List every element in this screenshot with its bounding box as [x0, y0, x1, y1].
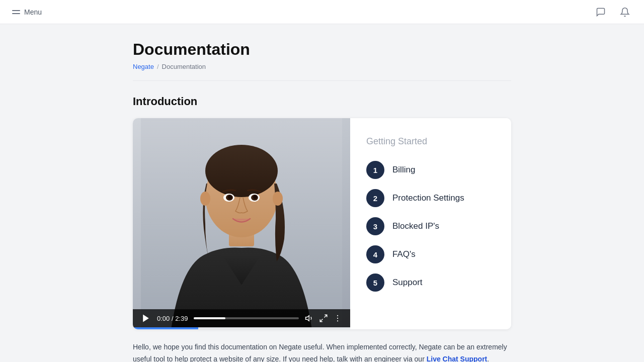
gs-num-4: 4 [366, 245, 384, 263]
gs-label-2: Protection Settings [392, 193, 464, 203]
main-content: Documentation Negate / Documentation Int… [121, 24, 523, 362]
menu-label: Menu [24, 8, 42, 16]
svg-point-3 [205, 145, 278, 197]
more-icon [333, 314, 342, 323]
progress-bar[interactable] [194, 317, 299, 319]
svg-point-11 [253, 195, 257, 199]
section-title: Introduction [133, 95, 511, 108]
svg-line-14 [325, 315, 327, 317]
breadcrumb-current: Documentation [162, 63, 206, 70]
gs-item-5[interactable]: 5 Support [366, 274, 495, 292]
bell-icon [620, 7, 630, 17]
getting-started-list: 1 Billing 2 Protection Settings 3 [366, 161, 495, 292]
fullscreen-button[interactable] [319, 314, 328, 323]
bell-button[interactable] [618, 5, 632, 19]
gs-label-5: Support [392, 278, 423, 288]
svg-marker-12 [143, 315, 149, 322]
header: Menu [0, 0, 644, 24]
gs-num-2: 2 [366, 189, 384, 207]
svg-marker-13 [306, 316, 309, 321]
svg-point-17 [337, 318, 338, 319]
svg-point-16 [337, 315, 338, 316]
gs-label-3: Blocked IP's [392, 221, 439, 231]
person-silhouette [133, 118, 350, 329]
volume-button[interactable] [305, 314, 314, 323]
svg-point-18 [337, 320, 338, 321]
more-options-button[interactable] [333, 314, 342, 323]
play-icon [141, 313, 151, 323]
menu-button[interactable]: Menu [12, 8, 42, 16]
description-after: . [487, 355, 489, 362]
svg-point-5 [273, 192, 283, 206]
video-controls-bar: 0:00 / 2:39 [133, 309, 350, 327]
video-seekbar-fill [133, 327, 198, 329]
divider [133, 80, 511, 81]
live-chat-link[interactable]: Live Chat Support [427, 355, 488, 362]
gs-label-1: Billing [392, 165, 415, 175]
svg-point-4 [200, 192, 210, 206]
video-player-area[interactable]: 0:00 / 2:39 [133, 118, 350, 329]
video-controls-overlay: 0:00 / 2:39 [133, 309, 350, 329]
gs-item-3[interactable]: 3 Blocked IP's [366, 217, 495, 235]
getting-started-title: Getting Started [366, 136, 495, 147]
gs-num-1: 1 [366, 161, 384, 179]
svg-line-15 [320, 319, 323, 322]
gs-item-1[interactable]: 1 Billing [366, 161, 495, 179]
fullscreen-icon [319, 314, 328, 323]
video-body: 0:00 / 2:39 [133, 118, 511, 329]
controls-right [305, 314, 342, 323]
description-text: Hello, we hope you find this documentati… [133, 341, 511, 362]
getting-started-panel: Getting Started 1 Billing 2 Protection S… [350, 118, 511, 329]
chat-button[interactable] [594, 5, 608, 19]
gs-item-2[interactable]: 2 Protection Settings [366, 189, 495, 207]
breadcrumb-separator: / [157, 63, 159, 70]
gs-num-3: 3 [366, 217, 384, 235]
video-seekbar[interactable] [133, 327, 350, 329]
volume-icon [305, 314, 314, 323]
header-actions [594, 5, 632, 19]
gs-label-4: FAQ's [392, 249, 416, 259]
breadcrumb: Negate / Documentation [133, 63, 511, 70]
breadcrumb-home[interactable]: Negate [133, 63, 154, 70]
chat-icon [596, 7, 606, 17]
progress-fill [194, 317, 225, 319]
page-title: Documentation [133, 40, 511, 59]
video-card: 0:00 / 2:39 [133, 118, 511, 329]
play-button[interactable] [141, 313, 151, 323]
time-display: 0:00 / 2:39 [157, 315, 188, 322]
hamburger-icon [12, 10, 20, 14]
svg-point-10 [228, 195, 232, 199]
gs-item-4[interactable]: 4 FAQ's [366, 245, 495, 263]
gs-num-5: 5 [366, 274, 384, 292]
